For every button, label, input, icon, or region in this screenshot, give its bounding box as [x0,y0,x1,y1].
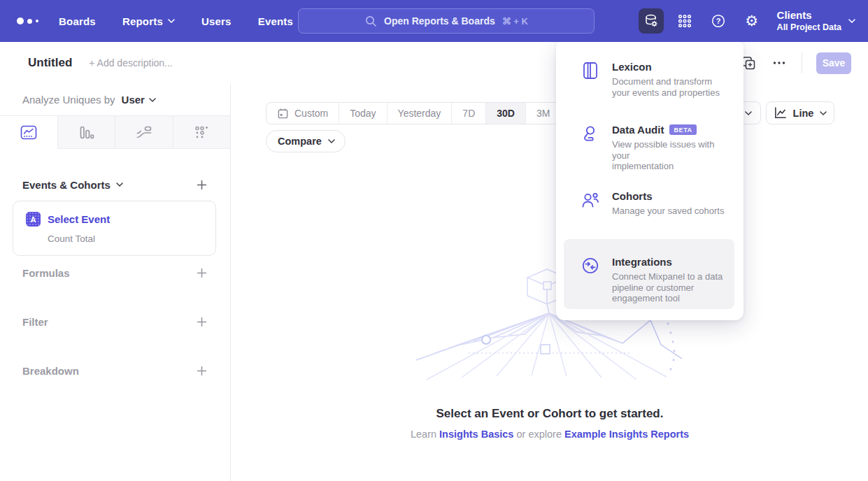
add-formula-button[interactable] [195,266,208,279]
search-shortcut: ⌘ + K [502,16,528,27]
report-canvas: Custom Today Yesterday 7D 30D 3M 6M Comp… [232,84,868,481]
query-builder-sidebar: Analyze Uniques by User [0,84,231,481]
chevron-down-icon [168,19,175,23]
menu-item-data-audit[interactable]: Data Audit BETA View possible issues wit… [581,124,732,172]
nav-item-events[interactable]: Events [258,15,293,27]
integrations-icon [581,256,600,275]
add-description-field[interactable]: + Add description... [89,57,172,69]
empty-state-title: Select an Event or Cohort to get started… [232,407,868,421]
bar-chart-tab-icon [78,125,94,140]
save-button[interactable]: Save [816,52,851,74]
date-range-30d[interactable]: 30D [485,103,525,124]
chart-type-dropdown[interactable]: Line [766,101,834,124]
data-management-menu: Lexicon Document and transform your even… [556,40,744,320]
menu-item-title: Lexicon [612,61,652,73]
analyze-row: Analyze Uniques by User [0,84,230,115]
line-chart-icon [774,106,787,120]
flow-chart-tab-icon [136,125,152,140]
beta-badge: BETA [669,124,696,135]
add-event-button[interactable] [195,178,208,191]
tab-flow-chart[interactable] [115,116,173,149]
date-range-yesterday[interactable]: Yesterday [387,103,452,124]
nav-item-users[interactable]: Users [201,15,232,27]
project-label: All Project Data [777,22,841,34]
analyze-value-dropdown[interactable]: User [122,94,156,106]
menu-item-description: Connect Mixpanel to a data pipeline or c… [612,271,731,304]
report-title[interactable]: Untitled [28,56,72,70]
menu-item-integrations[interactable]: Integrations Connect Mixpanel to a data … [564,239,734,309]
line-chart-tab-icon [20,125,37,140]
plus-icon [197,366,207,376]
divider [802,52,802,73]
chevron-down-icon [848,19,855,23]
data-management-icon [643,13,659,29]
middle-text: or explore [513,429,564,440]
settings-button[interactable]: ⚙ [739,8,764,34]
tab-bar-chart[interactable] [57,116,115,149]
chevron-down-icon [745,111,752,115]
formulas-label: Formulas [22,267,70,279]
insights-basics-link[interactable]: Insights Basics [439,429,513,440]
plus-icon [197,268,207,278]
menu-item-lexicon[interactable]: Lexicon Document and transform your even… [581,61,732,98]
more-options-button[interactable] [771,55,788,71]
settings-gear-icon: ⚙ [745,14,758,29]
menu-item-title: Cohorts [612,190,653,202]
menu-item-title: Data Audit [612,124,664,136]
select-event-button[interactable]: Select Event [48,213,110,225]
apps-grid-icon [677,13,692,29]
menu-item-description: Manage your saved cohorts [612,206,732,217]
project-selector[interactable]: Clients All Project Data [777,9,855,33]
cohorts-icon [581,190,600,210]
add-breakdown-button[interactable] [195,364,208,377]
menu-item-description: Document and transform your events and p… [612,76,732,98]
event-letter-badge: A [26,212,41,227]
filter-label: Filter [22,316,48,328]
analyze-label: Analyze Uniques by [22,94,115,106]
mixpanel-insights-app: Boards Reports Users Events Open Reports… [0,0,868,481]
ellipsis-icon [771,55,787,71]
global-search-input[interactable]: Open Reports & Boards ⌘ + K [298,8,595,34]
learn-prefix: Learn [411,429,439,440]
clients-label: Clients [777,9,841,22]
data-management-button[interactable] [639,8,664,34]
lexicon-icon [581,61,600,80]
count-total-dropdown[interactable]: Count Total [48,234,203,244]
help-icon: ? [711,13,726,29]
navbar-right: ? ⚙ Clients All Project Data [639,0,855,42]
date-range-custom[interactable]: Custom [266,103,339,124]
mixpanel-logo[interactable] [17,17,49,24]
date-range-today[interactable]: Today [339,103,386,124]
plus-icon [197,180,207,190]
breakdown-label: Breakdown [22,365,79,377]
date-range-selector: Custom Today Yesterday 7D 30D 3M 6M [266,102,597,124]
events-cohorts-label[interactable]: Events & Cohorts [22,179,123,191]
events-cohorts-header: Events & Cohorts [22,178,208,191]
breakdown-section: Breakdown [22,364,208,377]
example-reports-link[interactable]: Example Insights Reports [564,429,689,440]
chart-type-tabs [0,115,230,149]
add-filter-button[interactable] [195,315,208,328]
search-placeholder: Open Reports & Boards [384,15,495,27]
apps-grid-button[interactable] [672,8,697,34]
tab-scatter-chart[interactable] [173,116,231,149]
tab-insights-chart[interactable] [0,116,57,149]
nav-item-boards[interactable]: Boards [59,15,96,27]
chevron-down-icon [149,98,156,102]
formulas-section: Formulas [22,266,208,279]
nav-links: Boards Reports Users Events [59,15,293,27]
nav-item-reports[interactable]: Reports [122,15,175,27]
top-navbar: Boards Reports Users Events Open Reports… [0,0,868,42]
data-audit-icon [581,124,600,143]
compare-button[interactable]: Compare [266,130,346,152]
chevron-down-icon [116,182,123,187]
date-range-3m[interactable]: 3M [525,103,560,124]
event-card[interactable]: A Select Event Count Total [13,201,216,256]
date-range-7d[interactable]: 7D [451,103,485,124]
menu-item-title: Integrations [612,256,672,268]
plus-icon [197,317,207,327]
help-button[interactable]: ? [706,8,731,34]
menu-item-description: View possible issues with your implement… [612,139,732,172]
menu-item-cohorts[interactable]: Cohorts Manage your saved cohorts [581,190,732,217]
filter-section: Filter [22,315,208,328]
